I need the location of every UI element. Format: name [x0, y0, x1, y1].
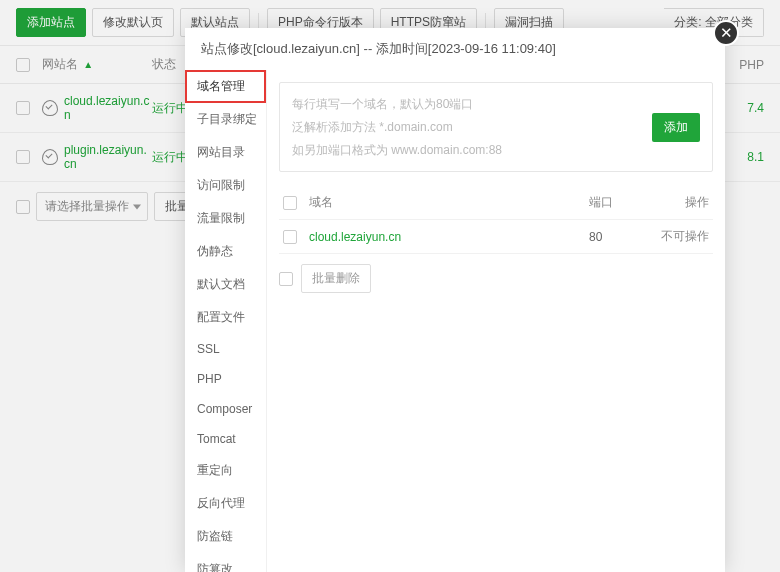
site-settings-modal: ✕ 站点修改[cloud.lezaiyun.cn] -- 添加时间[2023-0… — [185, 28, 725, 572]
domain-row: cloud.lezaiyun.cn 80 不可操作 — [279, 220, 713, 254]
close-button[interactable]: ✕ — [713, 20, 739, 46]
domain-table: 域名 端口 操作 cloud.lezaiyun.cn 80 不可操作 — [279, 186, 713, 254]
column-port: 端口 — [589, 194, 649, 211]
modal-side-tabs: 域名管理 子目录绑定 网站目录 访问限制 流量限制 伪静态 默认文档 配置文件 … — [185, 70, 267, 572]
hint-line: 泛解析添加方法 *.domain.com — [292, 116, 640, 139]
column-domain: 域名 — [309, 194, 589, 211]
domain-row-checkbox[interactable] — [283, 230, 297, 244]
domain-table-header: 域名 端口 操作 — [279, 186, 713, 220]
side-tab-rewrite[interactable]: 伪静态 — [185, 235, 266, 268]
side-tab-access-limit[interactable]: 访问限制 — [185, 169, 266, 202]
side-tab-tomcat[interactable]: Tomcat — [185, 424, 266, 454]
modal-overlay: ✕ 站点修改[cloud.lezaiyun.cn] -- 添加时间[2023-0… — [0, 0, 780, 572]
domain-input-box: 每行填写一个域名，默认为80端口 泛解析添加方法 *.domain.com 如另… — [279, 82, 713, 172]
side-tab-tamper[interactable]: 防篡改 — [185, 553, 266, 572]
domain-actions: 批量删除 — [279, 264, 713, 293]
side-tab-php[interactable]: PHP — [185, 364, 266, 394]
side-tab-reverse-proxy[interactable]: 反向代理 — [185, 487, 266, 520]
hint-line: 每行填写一个域名，默认为80端口 — [292, 93, 640, 116]
side-tab-ssl[interactable]: SSL — [185, 334, 266, 364]
side-tab-traffic-limit[interactable]: 流量限制 — [185, 202, 266, 235]
side-tab-default-doc[interactable]: 默认文档 — [185, 268, 266, 301]
side-tab-hotlink[interactable]: 防盗链 — [185, 520, 266, 553]
bulk-delete-button[interactable]: 批量删除 — [301, 264, 371, 293]
side-tab-site-dir[interactable]: 网站目录 — [185, 136, 266, 169]
domain-footer-checkbox[interactable] — [279, 272, 293, 286]
modal-title: 站点修改[cloud.lezaiyun.cn] -- 添加时间[2023-09-… — [185, 28, 725, 70]
domain-select-all-checkbox[interactable] — [283, 196, 297, 210]
side-tab-redirect[interactable]: 重定向 — [185, 454, 266, 487]
side-tab-config[interactable]: 配置文件 — [185, 301, 266, 334]
domain-manage-pane: 每行填写一个域名，默认为80端口 泛解析添加方法 *.domain.com 如另… — [267, 70, 725, 572]
domain-link[interactable]: cloud.lezaiyun.cn — [309, 230, 401, 244]
domain-input[interactable]: 每行填写一个域名，默认为80端口 泛解析添加方法 *.domain.com 如另… — [292, 93, 640, 161]
domain-op: 不可操作 — [649, 228, 709, 245]
column-op: 操作 — [649, 194, 709, 211]
side-tab-domain-manage[interactable]: 域名管理 — [185, 70, 266, 103]
side-tab-subdir-bind[interactable]: 子目录绑定 — [185, 103, 266, 136]
domain-port: 80 — [589, 230, 649, 244]
hint-line: 如另加端口格式为 www.domain.com:88 — [292, 139, 640, 162]
add-domain-button[interactable]: 添加 — [652, 113, 700, 142]
side-tab-composer[interactable]: Composer — [185, 394, 266, 424]
close-icon: ✕ — [720, 24, 733, 42]
